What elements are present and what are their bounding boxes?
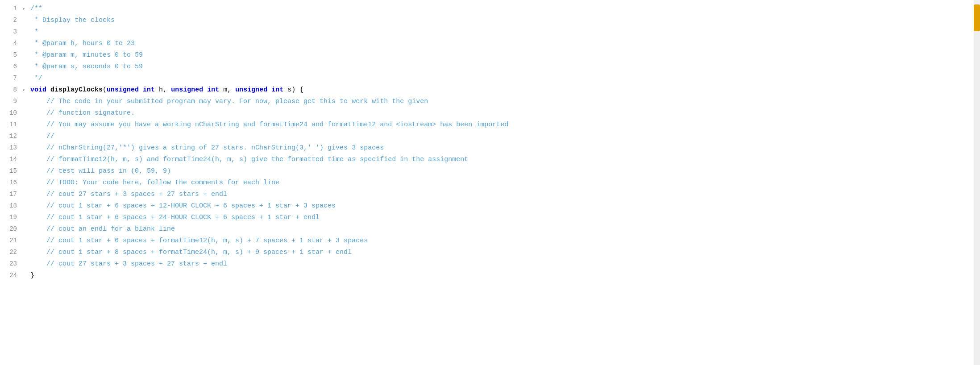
line-number: 18 <box>0 201 22 211</box>
inline-comment-token: // You may assume you have a working nCh… <box>46 121 508 129</box>
fold-arrow[interactable]: ▾ <box>22 87 29 94</box>
line-number: 24 <box>0 270 22 280</box>
text-token <box>30 179 46 187</box>
code-line: 9▾ // The code in your submitted program… <box>0 96 980 108</box>
code-line: 8▾void displayClocks(unsigned int h, uns… <box>0 85 980 96</box>
code-content: * Display the clocks <box>29 15 980 26</box>
code-line: 13▾ // nCharString(27,'*') gives a strin… <box>0 143 980 154</box>
text-token <box>30 225 46 233</box>
code-line: 5▾ * @param m, minutes 0 to 59 <box>0 50 980 62</box>
code-line: 10▾ // function signature. <box>0 108 980 120</box>
code-content: * @param s, seconds 0 to 59 <box>29 62 980 72</box>
text-token <box>46 86 50 94</box>
scrollbar-thumb[interactable] <box>974 4 980 31</box>
code-line: 6▾ * @param s, seconds 0 to 59 <box>0 62 980 73</box>
line-number: 2 <box>0 15 22 25</box>
text-token <box>30 202 46 210</box>
text-token <box>30 191 46 198</box>
code-content: // The code in your submitted program ma… <box>29 96 980 107</box>
code-line: 16▾ // TODO: Your code here, follow the … <box>0 178 980 189</box>
code-line: 11▾ // You may assume you have a working… <box>0 120 980 131</box>
comment-token: * Display the clocks <box>30 17 115 24</box>
line-number: 10 <box>0 108 22 118</box>
line-number: 5 <box>0 50 22 60</box>
code-content: * @param h, hours 0 to 23 <box>29 38 980 49</box>
text-token: ( <box>103 86 107 94</box>
comment-token: * <box>30 28 38 36</box>
text-token <box>30 237 46 245</box>
code-line: 18▾ // cout 1 star + 6 spaces + 12-HOUR … <box>0 201 980 212</box>
line-number: 22 <box>0 247 22 257</box>
code-content: // formatTime12(h, m, s) and formatTime2… <box>29 154 980 165</box>
code-line: 22▾ // cout 1 star + 8 spaces + formatTi… <box>0 247 980 259</box>
code-content: // TODO: Your code here, follow the comm… <box>29 178 980 188</box>
code-line: 12▾ // <box>0 131 980 143</box>
text-token <box>30 167 46 175</box>
code-line: 21▾ // cout 1 star + 6 spaces + formatTi… <box>0 236 980 247</box>
keyword-token: unsigned int <box>171 86 219 94</box>
code-content: // cout 1 star + 6 spaces + 24-HOUR CLOC… <box>29 212 980 223</box>
inline-comment-token: // TODO: Your code here, follow the comm… <box>46 179 279 187</box>
code-line: 20▾ // cout an endl for a blank line <box>0 224 980 236</box>
code-line: 2▾ * Display the clocks <box>0 15 980 27</box>
inline-comment-token: // cout 1 star + 6 spaces + 24-HOUR CLOC… <box>46 214 320 221</box>
code-line: 1▾/** <box>0 4 980 15</box>
code-content: // You may assume you have a working nCh… <box>29 120 980 130</box>
code-line: 3▾ * <box>0 27 980 38</box>
code-line: 23▾ // cout 27 stars + 3 spaces + 27 sta… <box>0 259 980 270</box>
code-content: * @param m, minutes 0 to 59 <box>29 50 980 61</box>
inline-comment-token: // cout 1 star + 6 spaces + formatTime12… <box>46 237 368 245</box>
code-line: 4▾ * @param h, hours 0 to 23 <box>0 38 980 50</box>
comment-token: * @param m, minutes 0 to 59 <box>30 51 143 59</box>
inline-comment-token: // test will pass in (0, 59, 9) <box>46 167 171 175</box>
text-token <box>30 121 46 129</box>
text-token <box>30 109 46 117</box>
inline-comment-token: // cout an endl for a blank line <box>46 225 175 233</box>
code-content: // <box>29 131 980 142</box>
line-number: 11 <box>0 120 22 129</box>
text-token <box>30 133 46 140</box>
code-line: 7▾ */ <box>0 73 980 85</box>
line-number: 20 <box>0 224 22 234</box>
text-token <box>30 156 46 163</box>
code-content: // function signature. <box>29 108 980 119</box>
line-number: 23 <box>0 259 22 269</box>
text-token <box>30 214 46 221</box>
line-number: 6 <box>0 62 22 71</box>
code-content: */ <box>29 73 980 84</box>
code-content: // cout 1 star + 6 spaces + formatTime12… <box>29 236 980 246</box>
line-number: 9 <box>0 96 22 106</box>
line-number: 17 <box>0 189 22 199</box>
inline-comment-token: // formatTime12(h, m, s) and formatTime2… <box>46 156 468 163</box>
fold-arrow[interactable]: ▾ <box>22 6 29 13</box>
line-number: 3 <box>0 27 22 37</box>
comment-token: */ <box>30 75 42 82</box>
inline-comment-token: // cout 1 star + 8 spaces + formatTime24… <box>46 249 352 256</box>
text-token: s) { <box>283 86 303 94</box>
code-line: 14▾ // formatTime12(h, m, s) and formatT… <box>0 154 980 166</box>
text-token <box>30 98 46 105</box>
inline-comment-token: // nCharString(27,'*') gives a string of… <box>46 144 384 152</box>
comment-token: * @param s, seconds 0 to 59 <box>30 63 143 71</box>
code-content: // cout 27 stars + 3 spaces + 27 stars +… <box>29 259 980 270</box>
code-line: 17▾ // cout 27 stars + 3 spaces + 27 sta… <box>0 189 980 201</box>
text-token <box>30 249 46 256</box>
scrollbar[interactable] <box>974 0 980 365</box>
code-area: 1▾/**2▾ * Display the clocks3▾ *4▾ * @pa… <box>0 0 980 286</box>
text-token: m, <box>219 86 235 94</box>
text-token: } <box>30 272 34 279</box>
code-content: // cout an endl for a blank line <box>29 224 980 235</box>
keyword-token: unsigned int <box>107 86 155 94</box>
line-number: 1 <box>0 4 22 13</box>
text-token: h, <box>155 86 171 94</box>
line-number: 4 <box>0 38 22 48</box>
line-number: 13 <box>0 143 22 153</box>
comment-token: * @param h, hours 0 to 23 <box>30 40 135 47</box>
line-number: 7 <box>0 73 22 83</box>
code-content: } <box>29 270 980 281</box>
line-number: 12 <box>0 131 22 141</box>
line-number: 15 <box>0 166 22 176</box>
comment-token: /** <box>30 5 42 12</box>
text-token <box>30 144 46 152</box>
code-editor: 1▾/**2▾ * Display the clocks3▾ *4▾ * @pa… <box>0 0 980 365</box>
